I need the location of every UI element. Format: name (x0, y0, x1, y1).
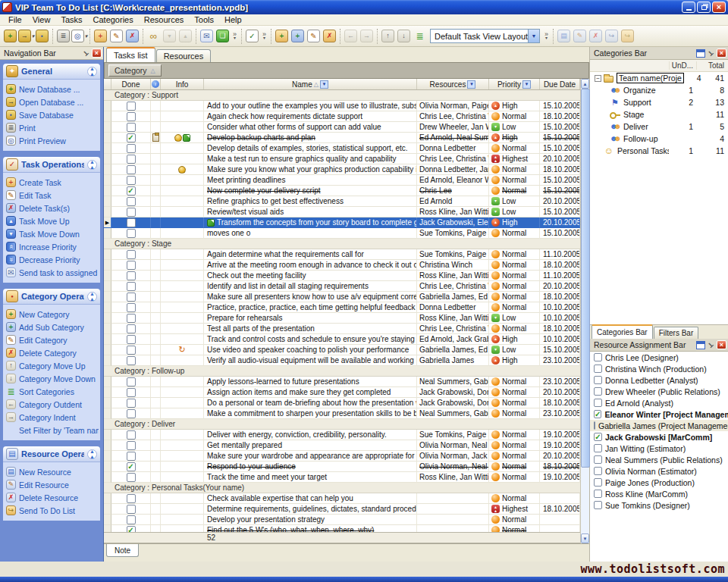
resource-item-ed-arnold-analyst[interactable]: Ed Arnold (Analyst) (590, 397, 728, 408)
task-row[interactable]: Make a test run to ensure graphics quali… (104, 154, 580, 164)
task-view-layout-select[interactable]: Default Task View Layout▼ (430, 29, 540, 43)
open-database-button[interactable]: →▾ (18, 28, 34, 45)
task-row[interactable]: Check available expertise that can help … (104, 493, 580, 504)
nav-item-edit-resource[interactable]: ✎Edit Resource (6, 478, 99, 491)
resource-checkbox[interactable] (594, 501, 602, 509)
category-tree-item-team-name-proje[interactable]: −Team name(Proje441 (590, 72, 728, 84)
task-row[interactable]: Assign action items and make sure they g… (104, 387, 580, 398)
find-button[interactable]: ∞ (146, 28, 162, 45)
category-tree-item-follow-up[interactable]: ☻☻Follow-up4 (590, 133, 728, 145)
task-done-checkbox[interactable] (127, 324, 136, 333)
resource-checkbox[interactable] (594, 467, 602, 475)
menu-view[interactable]: View (27, 14, 56, 26)
resource-checkbox[interactable] (594, 387, 602, 396)
task-done-checkbox[interactable]: ✓ (127, 462, 136, 471)
nav-item-category-move-down[interactable]: ↓Category Move Down (6, 372, 99, 385)
task-row[interactable]: Test all parts of the presentationChris … (104, 324, 580, 334)
nav-item-decrease-priority[interactable]: »Decrease Priority (6, 253, 99, 266)
task-row[interactable]: Make sure all presenters know how to use… (104, 292, 580, 302)
nav-item-task-move-down[interactable]: ▼Task Move Down (6, 227, 99, 240)
scroll-thumb[interactable] (581, 89, 590, 468)
nav-item-edit-task[interactable]: ✎Edit Task (6, 189, 99, 202)
column-header-info-flag[interactable]: i (151, 79, 161, 89)
tree-expander-icon[interactable]: − (595, 75, 601, 82)
resource-item-paige-jones-production[interactable]: Paige Jones (Production) (590, 477, 728, 488)
task-done-checkbox[interactable] (127, 271, 136, 280)
task-done-checkbox[interactable] (127, 505, 136, 514)
sort-categories-button[interactable]: ≣ (412, 28, 428, 45)
resource-item-chris-lee-designer[interactable]: Chris Lee (Designer) (590, 352, 728, 363)
task-row[interactable]: ✓Develop backup charts and planEd Arnold… (104, 133, 580, 143)
category-tree-item-personal-tasks-your-r[interactable]: ☺Personal Tasks(Your r111 (590, 145, 728, 157)
category-move-down-button[interactable]: ↓ (396, 28, 412, 45)
resource-checkbox[interactable] (594, 353, 602, 361)
task-row[interactable]: ↻Use video and speaker coaching to polis… (104, 345, 580, 355)
close-panel-button[interactable]: × (717, 48, 726, 58)
menu-tasks[interactable]: Tasks (55, 14, 87, 26)
menu-resources[interactable]: Resources (139, 14, 190, 26)
checklist-button[interactable]: ✓ (244, 28, 260, 45)
scroll-down-arrow[interactable]: ▼ (581, 534, 589, 543)
task-row[interactable]: Review/test visual aidsRoss Kline, Jan W… (104, 207, 580, 217)
nav-item-new-category[interactable]: +New Category (6, 308, 99, 321)
task-row[interactable]: Again determine what the requirements ca… (104, 249, 580, 260)
nav-item-increase-priority[interactable]: «Increase Priority (6, 240, 99, 253)
task-done-checkbox[interactable]: ✓ (127, 133, 136, 142)
resource-item-jack-grabowski-marcomm[interactable]: ✓Jack Grabowski [MarComm] (590, 431, 728, 443)
task-row[interactable]: Make sure your wardrobe and appearance a… (104, 451, 580, 462)
category-tree-item-support[interactable]: ⚑Support213 (590, 96, 728, 108)
pin-icon[interactable]: T (704, 47, 717, 59)
task-row[interactable]: Develop details of examples, stories, st… (104, 143, 580, 154)
nav-item-new-database[interactable]: +New Database ... (6, 83, 99, 95)
task-done-checkbox[interactable]: ✓ (127, 526, 136, 533)
task-row[interactable]: Meet printing deadlinesEd Arnold, Eleano… (104, 175, 580, 186)
task-row[interactable]: Make a commitment to sharpen your presen… (104, 408, 580, 419)
task-row[interactable]: Consider what other forms of support can… (104, 122, 580, 133)
resource-checkbox[interactable] (594, 478, 602, 487)
scroll-up-arrow[interactable]: ▲ (581, 79, 589, 89)
resource-item-gabriella-james-project-management[interactable]: Gabriella James (Project Management) (590, 420, 728, 431)
nav-item-edit-category[interactable]: ✎Edit Category (6, 333, 99, 346)
task-done-checkbox[interactable] (127, 229, 136, 238)
print-preview-button[interactable]: ◎▾ (71, 28, 87, 45)
menu-file[interactable]: File (3, 14, 27, 26)
nav-item-print-preview[interactable]: ◎Print Preview (6, 134, 99, 147)
task-done-checkbox[interactable] (127, 176, 136, 185)
delete-category-button[interactable]: ✗ (322, 28, 337, 45)
task-row[interactable]: Identify and list in detail all staging … (104, 281, 580, 292)
task-done-checkbox[interactable] (127, 155, 136, 164)
nav-section-header-resource-operati[interactable]: ▤Resource Operati...▲▲ (3, 446, 100, 462)
task-done-checkbox[interactable] (127, 515, 136, 524)
filter-dropdown-icon[interactable]: ▼ (522, 80, 531, 89)
tab-resources[interactable]: Resources (156, 49, 212, 62)
task-row[interactable]: Get mentally preparedOlivia Norman, Neal… (104, 440, 580, 451)
task-done-checkbox[interactable] (127, 112, 136, 121)
task-done-checkbox[interactable] (127, 441, 136, 450)
category-group-row[interactable]: Category : Personal Tasks(Your name) (104, 483, 580, 493)
task-done-checkbox[interactable]: ✓ (127, 186, 136, 196)
category-group-row[interactable]: Category : Follow-up (104, 366, 580, 377)
nav-item-delete-task-s[interactable]: ✗Delete Task(s) (6, 202, 99, 214)
task-done-checkbox[interactable] (127, 409, 136, 418)
group-by-category[interactable]: Category △ (108, 64, 162, 77)
task-row[interactable]: Deliver with energy, conviction, credibi… (104, 430, 580, 440)
tab-tasks-list[interactable]: Tasks list (106, 47, 155, 62)
task-done-checkbox[interactable] (127, 165, 136, 174)
column-header-info[interactable]: Info (161, 79, 204, 89)
category-tree-item-organize[interactable]: ☻☻Organize18 (590, 84, 728, 96)
tab-categories-bar[interactable]: Categories Bar (592, 324, 653, 339)
task-row[interactable]: Apply lessons-learned to future presenta… (104, 377, 580, 387)
nav-item-category-outdent[interactable]: ←Category Outdent (6, 398, 99, 411)
task-done-checkbox[interactable] (127, 399, 136, 408)
task-row[interactable]: Again check how requirements dictate sup… (104, 111, 580, 122)
task-done-checkbox[interactable] (127, 494, 136, 503)
collapse-chevron-icon[interactable]: ▲▲ (87, 160, 97, 170)
column-header-done[interactable]: Done (111, 79, 151, 89)
task-row[interactable]: Develop your presentation strategyNormal (104, 515, 580, 525)
task-row[interactable]: ▶Transform the concepts from your story … (104, 217, 580, 228)
task-done-checkbox[interactable] (127, 452, 136, 461)
task-done-checkbox[interactable] (127, 303, 136, 312)
nav-item-delete-category[interactable]: ✗Delete Category (6, 346, 99, 359)
task-done-checkbox[interactable] (127, 282, 136, 291)
resource-checkbox[interactable] (594, 365, 602, 373)
